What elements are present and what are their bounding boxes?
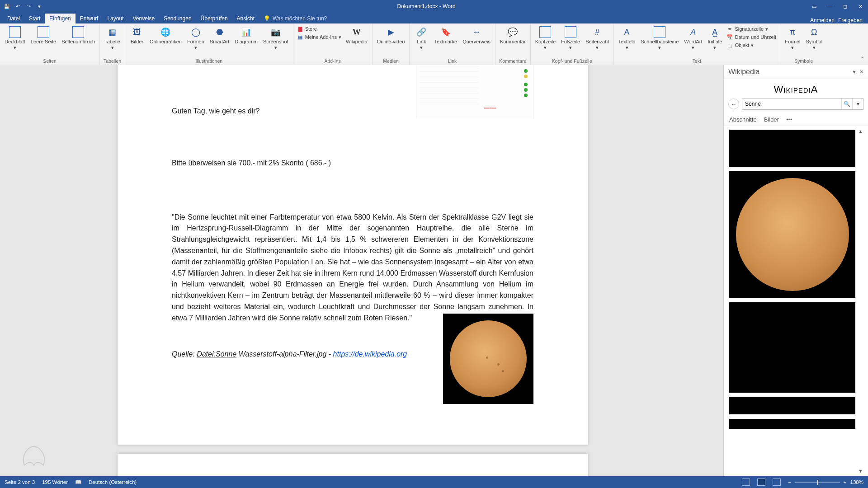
search-dropdown-icon[interactable]: ▾ <box>852 99 863 109</box>
redo-icon[interactable]: ↷ <box>24 2 33 10</box>
wikipedia-pane-title: Wikipedia <box>728 68 760 76</box>
zoom-level[interactable]: 130% <box>850 479 863 485</box>
meine-addins-button[interactable]: ▦Meine Add-Ins▾ <box>296 33 342 41</box>
online-picture-icon: 🌐 <box>160 26 171 38</box>
link-button[interactable]: 🔗Link▾ <box>412 25 430 51</box>
tell-me-search[interactable]: 💡Was möchten Sie tun? <box>259 14 331 23</box>
view-web-icon[interactable] <box>773 479 781 486</box>
onlinevideo-button[interactable]: ▶Online-video <box>375 25 407 46</box>
ribbon: Deckblatt▾ Leere Seite Seitenumbruch Sei… <box>0 23 868 65</box>
wikipedia-button[interactable]: WWikipedia <box>344 25 369 46</box>
tab-einfuegen[interactable]: Einfügen <box>45 14 75 23</box>
status-bar: Seite 2 von 3 195 Wörter 📖 Deutsch (Öste… <box>0 476 868 488</box>
tab-verweise[interactable]: Verweise <box>128 14 159 23</box>
document-page-next[interactable] <box>118 454 588 476</box>
smartart-button[interactable]: ⬣SmartArt <box>208 25 231 46</box>
addins-icon: ▦ <box>297 34 303 40</box>
source-link[interactable]: https://de.wikipedia.org <box>333 350 407 358</box>
wiki-images-list[interactable]: ▲▼ <box>724 126 868 476</box>
textfeld-button[interactable]: ATextfeld▾ <box>617 25 637 51</box>
seitenumbruch-button[interactable]: Seitenumbruch <box>60 25 97 46</box>
wiki-tab-images[interactable]: Bilder <box>764 116 779 123</box>
initiale-button[interactable]: A̲Initiale▾ <box>706 25 724 51</box>
object-icon: ⬚ <box>726 42 733 48</box>
leere-seite-button[interactable]: Leere Seite <box>29 25 58 46</box>
tab-layout[interactable]: Layout <box>103 14 128 23</box>
wiki-image-result[interactable] <box>729 419 855 429</box>
zoom-control[interactable]: − + 130% <box>788 479 863 485</box>
maximize-icon[interactable]: ◻ <box>837 0 853 13</box>
datum-button[interactable]: 📅Datum und Uhrzeit <box>726 33 777 41</box>
bilder-button[interactable]: 🖼Bilder <box>128 25 146 46</box>
comment-icon: 💬 <box>507 26 519 38</box>
language-indicator[interactable]: Deutsch (Österreich) <box>89 479 137 485</box>
screenshot-button[interactable]: 📷Screenshot▾ <box>261 25 290 51</box>
formel-button[interactable]: πFormel▾ <box>783 25 802 51</box>
wiki-scrollbar[interactable]: ▲▼ <box>858 129 864 474</box>
ribbon-display-icon[interactable]: ▭ <box>807 0 822 13</box>
deckblatt-button[interactable]: Deckblatt▾ <box>3 25 27 51</box>
tab-ueberpruefen[interactable]: Überprüfen <box>196 14 232 23</box>
wiki-image-result[interactable] <box>729 397 855 414</box>
collapse-ribbon-icon[interactable]: ⌃ <box>860 56 864 62</box>
pane-menu-icon[interactable]: ▼ <box>852 69 857 75</box>
scroll-down-icon[interactable]: ▼ <box>858 468 864 474</box>
wiki-image-result[interactable] <box>729 302 855 393</box>
fusszeile-button[interactable]: Fußzeile▾ <box>559 25 582 51</box>
close-icon[interactable]: ✕ <box>853 0 868 13</box>
pane-close-icon[interactable]: ✕ <box>859 69 863 75</box>
view-read-icon[interactable] <box>742 479 750 486</box>
page-indicator[interactable]: Seite 2 von 3 <box>5 479 35 485</box>
zoom-in-icon[interactable]: + <box>844 479 847 485</box>
minimize-icon[interactable]: — <box>822 0 837 13</box>
wiki-search-box[interactable]: 🔍 ▾ <box>742 98 863 110</box>
signin-link[interactable]: Anmelden <box>810 17 835 23</box>
querverweis-button[interactable]: ↔Querverweis <box>461 25 492 46</box>
undo-icon[interactable]: ↶ <box>14 2 22 10</box>
textmarke-button[interactable]: 🔖Textmarke <box>432 25 459 46</box>
schnellbausteine-button[interactable]: Schnellbausteine▾ <box>639 25 681 51</box>
wiki-search-input[interactable] <box>742 101 841 107</box>
watermark-icon <box>18 440 50 472</box>
wiki-back-button[interactable]: ← <box>728 99 739 109</box>
sun-image[interactable] <box>443 314 533 404</box>
wiki-image-result[interactable] <box>729 171 855 298</box>
objekt-button[interactable]: ⬚Objekt▾ <box>726 42 755 49</box>
document-pane[interactable]: ▬▬ ▬▬▬ Guten Tag, wie geht es dir? Bitte… <box>0 65 723 476</box>
zoom-out-icon[interactable]: − <box>788 479 791 485</box>
qat-customize-icon[interactable]: ▾ <box>35 2 43 10</box>
word-count[interactable]: 195 Wörter <box>42 479 68 485</box>
tab-sendungen[interactable]: Sendungen <box>159 14 196 23</box>
crossref-icon: ↔ <box>471 26 482 38</box>
store-button[interactable]: ▇Store <box>296 25 318 33</box>
symbol-button[interactable]: ΩSymbol▾ <box>804 25 824 51</box>
kommentar-button[interactable]: 💬Kommentar <box>498 25 528 46</box>
document-page[interactable]: ▬▬ ▬▬▬ Guten Tag, wie geht es dir? Bitte… <box>118 65 588 445</box>
wiki-image-result[interactable] <box>729 130 855 167</box>
wiki-tab-sections[interactable]: Abschnitte <box>729 116 757 123</box>
proofing-icon[interactable]: 📖 <box>75 479 81 485</box>
onlinegrafiken-button[interactable]: 🌐Onlinegrafiken <box>148 25 184 46</box>
tab-start[interactable]: Start <box>24 14 45 23</box>
view-print-icon[interactable] <box>757 479 765 486</box>
signaturzeile-button[interactable]: ✒Signaturzeile▾ <box>726 25 769 33</box>
share-button[interactable]: Freigeben <box>838 17 863 23</box>
formen-button[interactable]: ◯Formen▾ <box>185 25 206 51</box>
seitenzahl-button[interactable]: #Seitenzahl▾ <box>584 25 610 51</box>
tabelle-button[interactable]: ▦Tabelle▾ <box>103 25 122 51</box>
search-icon[interactable]: 🔍 <box>841 99 852 109</box>
wordart-button[interactable]: AWordArt▾ <box>682 25 704 51</box>
tab-datei[interactable]: Datei <box>3 14 24 23</box>
tab-ansicht[interactable]: Ansicht <box>232 14 259 23</box>
zoom-slider[interactable] <box>795 482 840 483</box>
wiki-tab-more-icon[interactable]: ••• <box>786 116 793 123</box>
equation-icon: π <box>787 26 798 38</box>
save-icon[interactable]: 💾 <box>3 2 11 10</box>
chart-icon: 📊 <box>241 26 252 38</box>
quote-paragraph: "Die Sonne leuchtet mit einer Farbtemper… <box>172 212 533 324</box>
diagramm-button[interactable]: 📊Diagramm <box>233 25 259 46</box>
scroll-up-icon[interactable]: ▲ <box>858 129 864 134</box>
kopfzeile-button[interactable]: Kopfzeile▾ <box>533 25 557 51</box>
tab-entwurf[interactable]: Entwurf <box>75 14 103 23</box>
embedded-screenshot-thumb[interactable]: ▬▬ ▬▬▬ <box>416 65 533 119</box>
